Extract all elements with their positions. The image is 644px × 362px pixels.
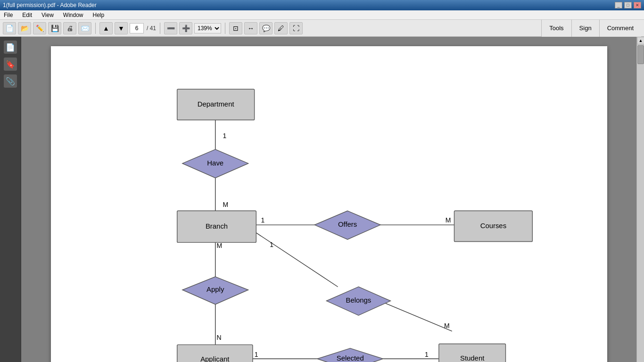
card-apply-applicant: N bbox=[216, 334, 221, 341]
pdf-page: Department Have Branch Offers Courses Ap… bbox=[51, 46, 607, 362]
have-label: Have bbox=[207, 159, 223, 167]
scroll-thumb[interactable] bbox=[637, 45, 644, 64]
applicant-label: Applicant bbox=[200, 355, 230, 362]
card-belongs-student: M bbox=[444, 322, 450, 329]
department-label: Department bbox=[197, 100, 234, 108]
er-diagram: Department Have Branch Offers Courses Ap… bbox=[51, 46, 607, 362]
toolbar: 📄 📂 ✏️ 💾 🖨 ✉️ ▲ ▼ 6 / 41 ➖ ➕ 50% 75% 100… bbox=[0, 20, 644, 37]
card-branch-apply: M bbox=[216, 242, 222, 249]
fullscreen-button[interactable]: ⛶ bbox=[289, 22, 303, 34]
comment-button[interactable]: Comment bbox=[599, 20, 641, 37]
belongs-label: Belongs bbox=[346, 296, 371, 304]
card-offers-courses: M bbox=[445, 216, 451, 224]
page-number-input[interactable]: 6 bbox=[130, 23, 144, 33]
page-total: / 41 bbox=[147, 25, 156, 32]
new-button[interactable]: 📄 bbox=[3, 22, 16, 34]
scroll-up-arrow[interactable]: ▲ bbox=[637, 37, 644, 44]
branch-label: Branch bbox=[205, 222, 227, 230]
left-sidebar: 📄 🔖 📎 bbox=[0, 37, 21, 362]
close-button[interactable]: ✕ bbox=[634, 2, 641, 8]
card-dept-have: 1 bbox=[223, 132, 226, 140]
menu-help[interactable]: Help bbox=[91, 12, 107, 18]
courses-label: Courses bbox=[480, 222, 506, 230]
right-toolbar: Tools Sign Comment bbox=[541, 20, 641, 37]
svg-line-6 bbox=[256, 233, 338, 287]
svg-line-7 bbox=[380, 301, 452, 331]
zoom-dropdown[interactable]: 50% 75% 100% 125% 139% 150% 200% bbox=[194, 23, 221, 33]
offers-label: Offers bbox=[338, 221, 356, 228]
maximize-button[interactable]: □ bbox=[624, 2, 632, 8]
menu-window[interactable]: Window bbox=[61, 12, 85, 18]
fit-width-button[interactable]: ↔ bbox=[244, 22, 257, 34]
tools-button[interactable]: Tools bbox=[541, 20, 571, 37]
title-bar-title: 1(full permission).pdf - Adobe Reader bbox=[3, 2, 97, 8]
menu-file[interactable]: File bbox=[2, 12, 15, 18]
pdf-viewer[interactable]: Department Have Branch Offers Courses Ap… bbox=[21, 37, 636, 362]
main-area: 📄 🔖 📎 bbox=[0, 37, 644, 362]
prev-page-button[interactable]: ▲ bbox=[99, 22, 113, 34]
next-page-button[interactable]: ▼ bbox=[115, 22, 128, 34]
title-bar: 1(full permission).pdf - Adobe Reader _ … bbox=[0, 0, 644, 10]
sidebar-bookmark-icon[interactable]: 🔖 bbox=[4, 58, 17, 71]
title-bar-controls[interactable]: _ □ ✕ bbox=[615, 2, 641, 8]
card-applicant-selected: 1 bbox=[254, 351, 258, 358]
card-selected-student: 1 bbox=[425, 351, 429, 358]
sidebar-attach-icon[interactable]: 📎 bbox=[4, 74, 17, 88]
card-have-branch: M bbox=[223, 201, 228, 208]
minimize-button[interactable]: _ bbox=[615, 2, 622, 8]
menu-edit[interactable]: Edit bbox=[20, 12, 34, 18]
fit-page-button[interactable]: ⊡ bbox=[229, 22, 242, 34]
email-button[interactable]: ✉️ bbox=[78, 22, 91, 34]
sign-button[interactable]: Sign bbox=[571, 20, 599, 37]
zoom-in-button[interactable]: ➕ bbox=[179, 22, 192, 34]
separator-2 bbox=[160, 23, 160, 34]
apply-label: Apply bbox=[206, 286, 224, 293]
menu-view[interactable]: View bbox=[40, 12, 56, 18]
zoom-out-button[interactable]: ➖ bbox=[164, 22, 177, 34]
card-branch-offers: 1 bbox=[261, 216, 264, 224]
student-label: Student bbox=[460, 354, 484, 362]
right-scrollbar[interactable]: ▲ bbox=[636, 37, 644, 362]
highlight-button[interactable]: 🖊 bbox=[274, 22, 288, 34]
edit-button[interactable]: ✏️ bbox=[33, 22, 46, 34]
selected-label: Selected bbox=[336, 354, 363, 362]
open-button[interactable]: 📂 bbox=[18, 22, 31, 34]
comment-icon[interactable]: 💬 bbox=[259, 22, 272, 34]
card-branch-belongs: 1 bbox=[270, 241, 273, 248]
print-button[interactable]: 🖨 bbox=[63, 22, 76, 34]
separator-3 bbox=[225, 23, 225, 34]
separator-1 bbox=[95, 23, 96, 34]
sidebar-pages-icon[interactable]: 📄 bbox=[4, 41, 17, 54]
save-button[interactable]: 💾 bbox=[48, 22, 61, 34]
menu-bar: File Edit View Window Help bbox=[0, 10, 644, 20]
